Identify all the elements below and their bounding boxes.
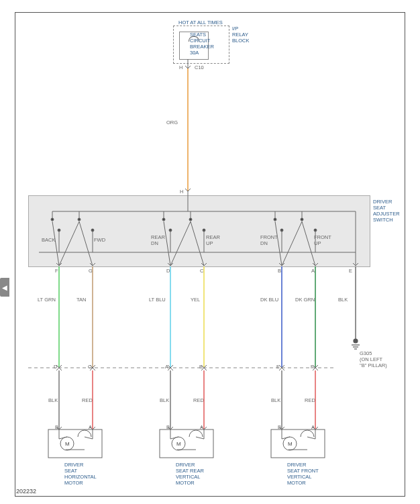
motor-m-2: M [176,441,181,447]
svg-rect-73 [271,430,325,458]
svg-point-31 [301,218,303,221]
svg-point-7 [51,218,54,221]
svg-line-71 [196,437,204,439]
svg-line-34 [302,221,315,266]
svg-point-29 [274,218,276,221]
svg-rect-66 [160,430,213,458]
svg-line-32 [275,221,282,266]
svg-point-20 [189,218,192,221]
motor-m-1: M [65,441,70,447]
svg-line-78 [307,437,315,439]
diagram-frame: HOT AT ALL TIMES SEATS CIRCUIT BREAKER 3… [0,0,420,504]
wiring-svg: M M M [0,0,420,504]
svg-line-33 [282,221,302,266]
svg-line-23 [191,221,204,266]
svg-line-11 [59,221,79,266]
svg-line-22 [170,221,191,266]
svg-point-18 [162,218,165,221]
svg-line-12 [79,221,93,266]
svg-rect-59 [48,430,102,458]
svg-line-21 [164,221,170,266]
svg-point-9 [78,218,81,221]
svg-point-48 [354,339,358,343]
motor-m-3: M [288,441,293,447]
svg-line-10 [52,221,59,266]
svg-line-64 [85,437,93,439]
